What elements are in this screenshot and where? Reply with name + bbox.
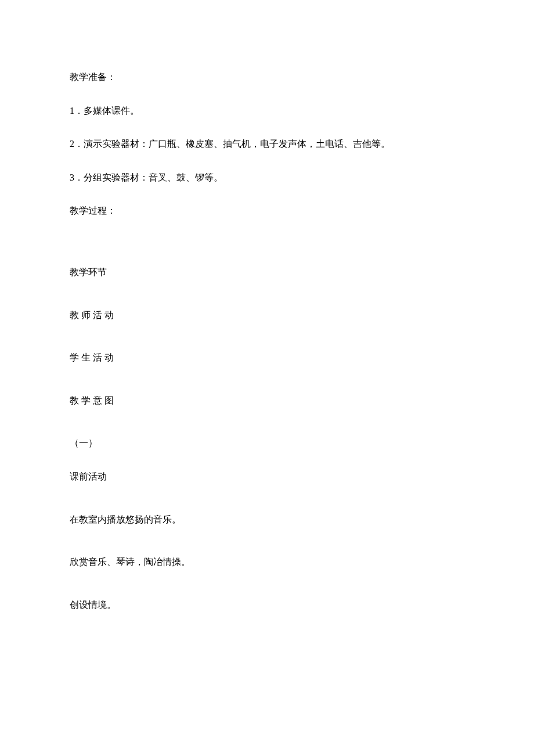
part-1-title: 课前活动 (70, 469, 464, 484)
prep-title: 教学准备： (70, 70, 464, 85)
teaching-intent-content: 创设情境。 (70, 597, 464, 613)
prep-item-3: 3．分组实验器材：音叉、鼓、锣等。 (70, 170, 464, 185)
section-label: 教学环节 (70, 265, 464, 280)
part-1-number: （一） (70, 435, 464, 451)
teaching-intent-label: 教 学 意 图 (70, 393, 464, 408)
student-activity-content: 欣赏音乐、琴诗，陶冶情操。 (70, 555, 464, 570)
teacher-activity-label: 教 师 活 动 (70, 308, 464, 323)
prep-item-1: 1．多媒体课件。 (70, 103, 464, 118)
process-title: 教学过程： (70, 203, 464, 218)
teacher-activity-content: 在教室内播放悠扬的音乐。 (70, 512, 464, 527)
student-activity-label: 学 生 活 动 (70, 350, 464, 365)
prep-item-2: 2．演示实验器材：广口瓶、橡皮塞、抽气机，电子发声体，土电话、吉他等。 (70, 136, 464, 152)
